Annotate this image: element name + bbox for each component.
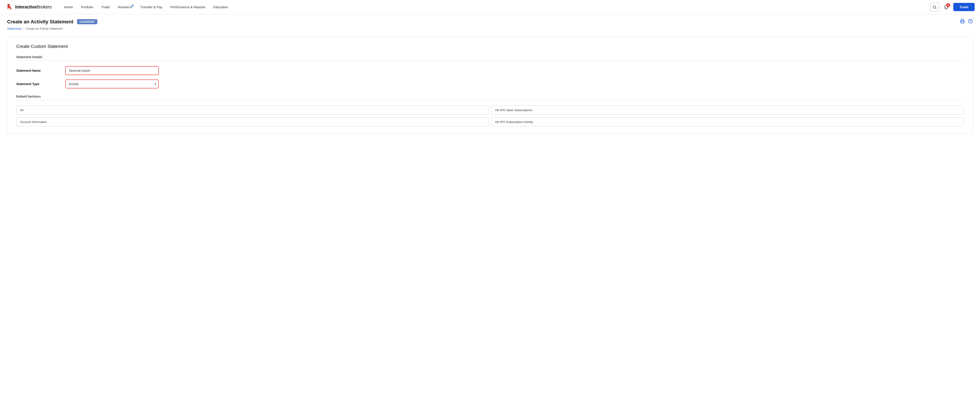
svg-marker-1: [9, 6, 11, 10]
nav-item-research[interactable]: Research: [114, 3, 136, 11]
notification-badge: 6: [946, 3, 950, 7]
main-content: Create Custom Statement Statement Detail…: [0, 33, 980, 141]
navbar: InteractiveBrokers Home Portfolio Trade …: [0, 0, 980, 14]
nav-item-education[interactable]: Education: [210, 3, 232, 11]
logo-icon: [5, 3, 13, 11]
research-dot: [132, 5, 134, 6]
nav-actions: 6 Trade: [930, 3, 975, 11]
statement-name-row: Statement Name: [16, 66, 964, 75]
default-sections-label: Default Sections: [16, 95, 964, 98]
default-sections-grid: All HK IPO Open Subscriptions Account In…: [16, 105, 964, 126]
card-title: Create Custom Statement: [16, 44, 964, 49]
search-icon: [932, 5, 937, 9]
section-item-account-info[interactable]: Account Information: [16, 117, 488, 126]
search-button[interactable]: [930, 3, 939, 11]
print-button[interactable]: [960, 19, 965, 25]
statement-type-select[interactable]: Activity Trade Confirmation Tax: [65, 80, 159, 88]
breadcrumb-current: Create an Activity Statement: [26, 27, 63, 30]
account-badge: U12245387: [77, 19, 97, 24]
statement-type-row: Statement Type Activity Trade Confirmati…: [16, 80, 964, 88]
statement-details-label: Statement Details: [16, 55, 964, 59]
nav-item-performance-reports[interactable]: Performance & Reports: [167, 3, 209, 11]
section-item-all[interactable]: All: [16, 105, 488, 115]
statement-type-wrapper: Activity Trade Confirmation Tax ▾: [65, 80, 159, 88]
statement-name-label: Statement Name: [16, 69, 65, 72]
print-icon: [960, 19, 965, 24]
default-sections-container: Default Sections All HK IPO Open Subscri…: [16, 95, 964, 126]
nav-item-portfolio[interactable]: Portfolio: [78, 3, 97, 11]
nav-links: Home Portfolio Trade Research Transfer &…: [60, 3, 930, 11]
breadcrumb-separator: /: [24, 27, 24, 30]
statement-type-label: Statement Type: [16, 82, 65, 86]
section-item-hk-ipo-sub-activity[interactable]: HK IPO Subscription Activity: [492, 117, 964, 126]
help-icon: [968, 19, 973, 24]
logo[interactable]: InteractiveBrokers: [5, 3, 52, 11]
nav-item-trade[interactable]: Trade: [98, 3, 114, 11]
logo-text: InteractiveBrokers: [15, 5, 52, 10]
svg-line-3: [935, 8, 936, 8]
breadcrumb-statements-link[interactable]: Statements: [7, 27, 22, 30]
notifications-button[interactable]: 6: [942, 3, 951, 11]
trade-cta-button[interactable]: Trade: [953, 3, 975, 11]
help-button[interactable]: [968, 19, 973, 25]
nav-item-transfer-pay[interactable]: Transfer & Pay: [137, 3, 166, 11]
page-header: Create an Activity Statement U12245387: [0, 14, 980, 27]
svg-rect-4: [961, 22, 964, 23]
details-divider: [16, 61, 964, 61]
page-header-actions: [960, 19, 973, 25]
statement-name-input[interactable]: [65, 66, 159, 75]
nav-item-home[interactable]: Home: [60, 3, 76, 11]
create-statement-card: Create Custom Statement Statement Detail…: [7, 37, 973, 134]
section-item-hk-ipo-open[interactable]: HK IPO Open Subscriptions: [492, 105, 964, 115]
breadcrumb: Statements / Create an Activity Statemen…: [0, 27, 980, 33]
page-title: Create an Activity Statement: [7, 19, 73, 25]
